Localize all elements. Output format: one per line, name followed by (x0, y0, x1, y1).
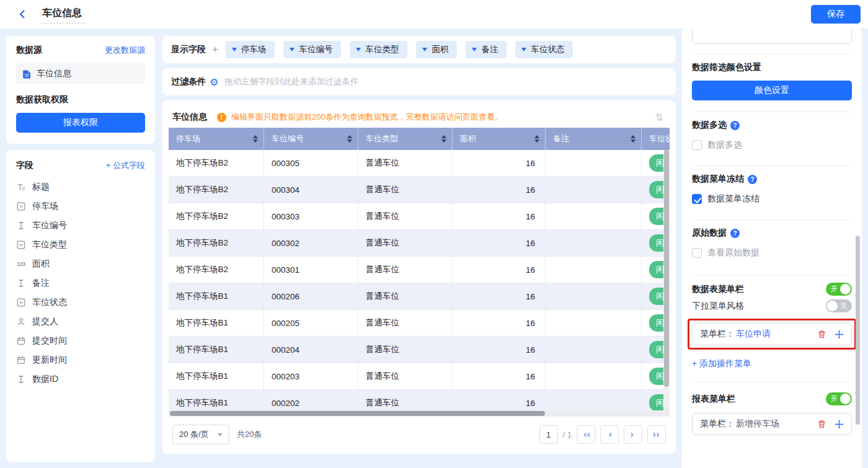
field-item[interactable]: 数据ID (16, 369, 145, 389)
sort-caret-icon[interactable] (534, 135, 539, 143)
field-item[interactable]: 标题 (16, 177, 145, 196)
sort-caret-icon[interactable] (253, 135, 258, 143)
table-row[interactable]: 地下停车场B2000303普通车位16闲置 (169, 203, 670, 230)
display-field-chip[interactable]: 备注 (466, 41, 507, 58)
sort-caret-icon[interactable] (347, 135, 352, 143)
table-row[interactable]: 地下停车场B2000302普通车位16闲置 (169, 230, 670, 257)
table-cell: 地下停车场B2 (169, 150, 264, 177)
table-cell: 16 (453, 150, 546, 177)
column-header[interactable]: 面积 (453, 128, 546, 150)
column-header[interactable]: 车位编号 (264, 128, 358, 150)
add-display-field-button[interactable]: + (212, 43, 218, 56)
last-page-button[interactable] (647, 425, 666, 444)
scrolled-item-partial (692, 28, 852, 44)
table-cell: 16 (453, 257, 546, 283)
gear-icon[interactable]: ⚙ (210, 76, 218, 88)
panel-scrollbar-thumb[interactable] (856, 236, 860, 425)
table-row[interactable]: 地下停车场B2000301普通车位16闲置 (169, 257, 670, 283)
move-icon[interactable] (835, 420, 844, 429)
report-menubar-toggle[interactable]: 开 (826, 392, 852, 405)
table-menubar-toggle[interactable]: 开 (826, 283, 852, 296)
menubar-item[interactable]: 菜单栏： 车位申请 (692, 323, 852, 345)
multi-select-checkbox-row[interactable]: 数据多选 (692, 139, 852, 151)
field-item[interactable]: 停车场 (16, 196, 145, 216)
field-item[interactable]: 车位状态 (16, 293, 145, 312)
horizontal-scrollbar[interactable] (169, 410, 670, 417)
double-chevron-right-icon (653, 431, 661, 438)
move-icon[interactable] (835, 330, 844, 339)
add-action-menu-link[interactable]: + 添加操作菜单 (692, 358, 751, 369)
checkbox-unchecked-icon[interactable] (692, 140, 702, 150)
vertical-scrollbar-thumb[interactable] (664, 150, 669, 387)
raw-data-checkbox-row[interactable]: 查看原始数据 (692, 247, 852, 258)
display-field-chip[interactable]: 停车场 (226, 41, 275, 58)
table-row[interactable]: 地下停车场B2000305普通车位16闲置 (169, 150, 670, 177)
help-icon[interactable]: ? (748, 175, 757, 184)
back-button[interactable] (14, 6, 31, 23)
table-cell: 地下停车场B2 (169, 257, 264, 283)
table-row[interactable]: 地下停车场B1000203普通车位16闲置 (169, 363, 670, 390)
help-icon[interactable]: ? (730, 229, 740, 238)
menu-freeze-checkbox-row[interactable]: 数据菜单冻结 (692, 193, 852, 205)
add-formula-field-link[interactable]: + 公式字段 (106, 160, 145, 171)
display-field-chip[interactable]: 车位编号 (283, 41, 341, 58)
field-item[interactable]: 提交时间 (16, 331, 145, 350)
dropdown-style-toggle[interactable]: 关 (826, 299, 852, 312)
field-item[interactable]: 更新时间 (16, 350, 145, 369)
table-cell (546, 283, 642, 310)
sort-icon[interactable]: ⇅ (653, 112, 666, 123)
report-menubar-item[interactable]: 菜单栏： 新增停车场 (692, 413, 852, 435)
table-cell: 普通车位 (358, 203, 453, 230)
field-item[interactable]: 车位类型 (16, 235, 145, 254)
first-page-button[interactable] (577, 425, 595, 444)
table-cell: 16 (453, 363, 546, 390)
dropdown-style-label: 下拉菜单风格 (692, 301, 744, 312)
field-item[interactable]: 提交人 (16, 312, 145, 331)
field-item[interactable]: 备注 (16, 273, 145, 293)
field-item[interactable]: 123面积 (16, 254, 145, 273)
field-item-label: 数据ID (32, 374, 58, 385)
select-icon (16, 241, 26, 249)
trash-icon[interactable] (817, 330, 826, 339)
column-header[interactable]: 车位类型 (358, 128, 453, 150)
table-row[interactable]: 地下停车场B1000205普通车位16闲置 (169, 310, 670, 337)
sort-caret-icon[interactable] (441, 135, 446, 143)
checkbox-checked-icon[interactable] (692, 194, 702, 204)
sort-caret-icon[interactable] (631, 135, 636, 143)
table-row[interactable]: 地下停车场B1000206普通车位16闲置 (169, 283, 670, 310)
field-item-label: 提交人 (32, 316, 58, 327)
column-header[interactable]: 车位状态 (642, 128, 670, 150)
change-datasource-link[interactable]: 更改数据源 (105, 45, 145, 56)
datasource-item[interactable]: 车位信息 (16, 63, 145, 84)
display-field-chip[interactable]: 车位类型 (350, 41, 407, 58)
checkbox-unchecked-icon[interactable] (692, 248, 702, 258)
title-icon (16, 183, 26, 192)
trash-icon[interactable] (817, 420, 826, 429)
prev-page-button[interactable] (600, 425, 619, 444)
column-header[interactable]: 停车场 (169, 128, 264, 150)
display-field-chip[interactable]: 面积 (416, 41, 457, 58)
page-size-select[interactable]: 20 条/页 (172, 425, 229, 444)
page-input[interactable]: 1 (539, 425, 558, 444)
multi-select-checkbox-label: 数据多选 (707, 139, 742, 151)
filter-dropzone-placeholder[interactable]: 拖动左侧字段到此处来添加过滤条件 (224, 76, 358, 87)
horizontal-scrollbar-thumb[interactable] (170, 411, 545, 416)
table-cell: 000305 (264, 150, 358, 177)
column-header-label: 车位类型 (366, 133, 398, 144)
table-cell: 000205 (264, 310, 358, 337)
next-page-button[interactable] (624, 425, 642, 444)
field-item[interactable]: 车位编号 (16, 216, 145, 235)
page-title[interactable]: 车位信息 (41, 6, 86, 24)
report-permission-button[interactable]: 报表权限 (16, 113, 145, 133)
column-header-label: 面积 (460, 133, 476, 144)
table-row[interactable]: 地下停车场B1000204普通车位16闲置 (169, 337, 670, 363)
display-field-chip[interactable]: 车位状态 (515, 41, 573, 58)
menubar-value[interactable]: 车位申请 (736, 329, 771, 340)
vertical-scrollbar[interactable] (663, 150, 670, 417)
color-setting-button[interactable]: 颜色设置 (692, 81, 852, 100)
help-icon[interactable]: ? (730, 121, 740, 130)
report-menubar-value[interactable]: 新增停车场 (736, 418, 779, 430)
column-header[interactable]: 备注 (546, 128, 642, 150)
table-row[interactable]: 地下停车场B2000304普通车位16闲置 (169, 177, 670, 203)
save-button[interactable]: 保存 (811, 5, 861, 24)
